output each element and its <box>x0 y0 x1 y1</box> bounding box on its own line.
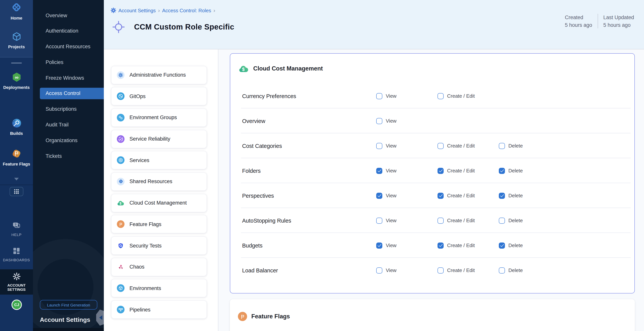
permission-create-edit[interactable]: Create / Edit <box>438 218 499 224</box>
view-checkbox[interactable] <box>376 218 382 224</box>
create-edit-checkbox[interactable] <box>438 93 444 99</box>
resource-group-security-tests[interactable]: Security Tests <box>111 236 207 255</box>
permission-create-edit[interactable]: Create / Edit <box>438 267 499 273</box>
view-checkbox[interactable] <box>376 118 382 124</box>
sidebar-item-freeze-windows[interactable]: Freeze Windows <box>33 72 104 84</box>
cloud-dollar-icon: $ <box>238 64 249 73</box>
permission-delete[interactable]: Delete <box>499 218 560 224</box>
permission-view[interactable]: View <box>376 267 438 273</box>
resource-group-services[interactable]: Services <box>111 151 207 170</box>
resource-group-chaos[interactable]: Chaos <box>111 258 207 276</box>
sidebar-item-audit-trail[interactable]: Audit Trail <box>33 119 104 130</box>
permission-view[interactable]: View <box>376 143 438 149</box>
delete-checkbox[interactable] <box>499 242 505 248</box>
permission-view[interactable]: View <box>376 118 438 124</box>
nav-dashboards[interactable]: DASHBOARDS <box>0 247 33 262</box>
resource-group-administrative-functions[interactable]: Administrative Functions <box>111 66 207 84</box>
chaos-triangles-icon <box>117 264 124 270</box>
flag-icon <box>117 220 124 228</box>
checkbox-label: View <box>386 193 396 198</box>
role-meta: Created 5 hours ago Last Updated 5 hours… <box>560 14 640 29</box>
create-edit-checkbox[interactable] <box>438 143 444 149</box>
permission-create-edit[interactable]: Create / Edit <box>438 93 499 99</box>
resource-group-label: Chaos <box>130 264 144 270</box>
checkbox-label: View <box>386 242 396 248</box>
create-edit-checkbox[interactable] <box>438 242 444 248</box>
create-edit-checkbox[interactable] <box>438 267 444 273</box>
permission-create-edit[interactable]: Create / Edit <box>438 143 499 149</box>
create-edit-checkbox[interactable] <box>438 218 444 224</box>
nav-feature-flags[interactable]: Feature Flags <box>0 148 33 166</box>
resource-name: Cost Categories <box>242 143 376 149</box>
view-checkbox[interactable] <box>376 192 382 199</box>
resource-group-label: Pipelines <box>130 307 150 312</box>
sidebar-item-authentication[interactable]: Authentication <box>33 25 104 37</box>
account-settings-label-2: SETTINGS <box>0 287 33 292</box>
user-avatar[interactable]: CJ <box>12 300 22 310</box>
sidebar-item-subscriptions[interactable]: Subscriptions <box>33 104 104 115</box>
delete-checkbox[interactable] <box>499 192 505 199</box>
permission-create-edit[interactable]: Create / Edit <box>438 192 499 199</box>
resource-group-feature-flags[interactable]: Feature Flags <box>111 215 207 234</box>
permission-row-currency-preferences: Currency Preferences View Create / Edit <box>241 84 630 108</box>
permission-create-edit[interactable]: Create / Edit <box>438 242 499 248</box>
delete-checkbox[interactable] <box>499 267 505 273</box>
resource-group-environment-groups[interactable]: Environment Groups <box>111 108 207 127</box>
nav-deployments[interactable]: ∞ Deployments <box>0 72 33 90</box>
reliability-check-icon <box>117 135 124 143</box>
sidebar-item-policies[interactable]: Policies <box>33 56 104 68</box>
delete-checkbox[interactable] <box>499 168 505 174</box>
permission-view[interactable]: View <box>376 242 438 248</box>
sidebar-item-overview[interactable]: Overview <box>33 10 104 21</box>
help-chat-icon: ? <box>12 222 21 232</box>
chevron-down-icon[interactable] <box>14 178 19 180</box>
breadcrumb-access-control-roles[interactable]: Access Control: Roles <box>162 8 211 13</box>
nav-account-settings[interactable]: ACCOUNT SETTINGS <box>0 269 33 294</box>
resource-group-label: Security Tests <box>130 243 162 248</box>
resource-group-environments[interactable]: Environments <box>111 279 207 298</box>
create-edit-checkbox[interactable] <box>438 192 444 199</box>
view-checkbox[interactable] <box>376 168 382 174</box>
delete-checkbox[interactable] <box>499 218 505 224</box>
rail-divider-dash <box>11 62 22 64</box>
sidebar-item-access-control[interactable]: Access Control <box>40 88 104 99</box>
resource-group-pipelines[interactable]: Pipelines <box>111 300 207 319</box>
permission-delete[interactable]: Delete <box>499 242 560 248</box>
permission-create-edit[interactable]: Create / Edit <box>438 168 499 174</box>
sidebar-item-account-resources[interactable]: Account Resources <box>33 41 104 52</box>
module-grid-button[interactable] <box>10 187 23 196</box>
avatar-initials: CJ <box>14 303 19 307</box>
permission-view[interactable]: View <box>376 218 438 224</box>
view-checkbox[interactable] <box>376 242 382 248</box>
view-checkbox[interactable] <box>376 93 382 99</box>
nav-help[interactable]: ? HELP <box>0 222 33 237</box>
permission-delete[interactable]: Delete <box>499 267 560 273</box>
permission-delete[interactable]: Delete <box>499 168 560 174</box>
nav-home[interactable]: Home <box>0 2 33 20</box>
resource-group-gitops[interactable]: GitOps <box>111 87 207 105</box>
nav-projects[interactable]: Projects <box>0 32 33 49</box>
sidebar-item-organizations[interactable]: Organizations <box>33 135 104 146</box>
nav-builds[interactable]: Builds <box>0 118 33 136</box>
sidebar-item-tickets[interactable]: Tickets <box>33 150 104 162</box>
gear-icon <box>12 272 20 282</box>
resource-group-panel: Administrative Functions GitOps Environm <box>104 50 218 331</box>
resource-name: Currency Preferences <box>242 93 376 99</box>
delete-checkbox[interactable] <box>499 143 505 149</box>
resource-group-service-reliability[interactable]: Service Reliability <box>111 130 207 148</box>
view-checkbox[interactable] <box>376 143 382 149</box>
breadcrumb: Account Settings › Access Control: Roles… <box>111 7 215 14</box>
launch-first-generation-button[interactable]: Launch First Generation <box>40 300 97 310</box>
checkbox-label: Delete <box>508 218 523 223</box>
resource-group-cloud-cost-management[interactable]: $ Cloud Cost Management <box>111 194 207 212</box>
breadcrumb-account-settings[interactable]: Account Settings <box>118 8 156 13</box>
permission-view[interactable]: View <box>376 192 438 199</box>
resource-name: Overview <box>242 118 376 124</box>
permission-delete[interactable]: Delete <box>499 143 560 149</box>
resource-group-shared-resources[interactable]: Shared Resources <box>111 172 207 191</box>
permission-view[interactable]: View <box>376 168 438 174</box>
permission-view[interactable]: View <box>376 93 438 99</box>
permission-delete[interactable]: Delete <box>499 192 560 199</box>
view-checkbox[interactable] <box>376 267 382 273</box>
create-edit-checkbox[interactable] <box>438 168 444 174</box>
